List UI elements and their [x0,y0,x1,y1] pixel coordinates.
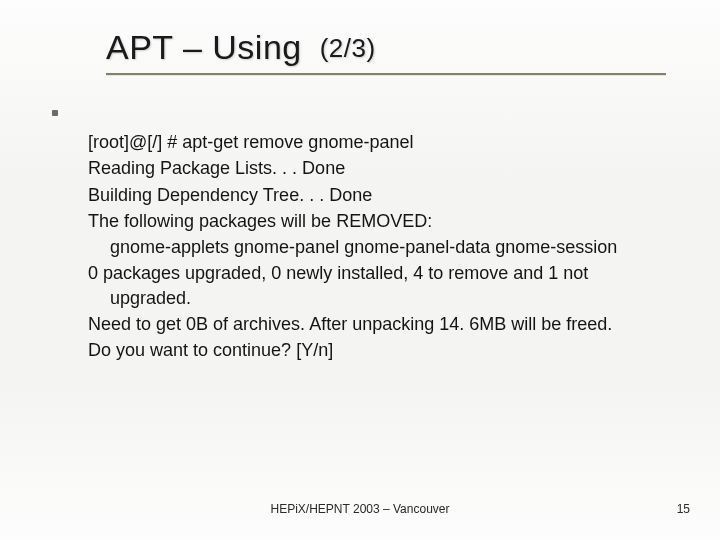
slide-title: APT – Using (2/3) [106,28,680,67]
slide: APT – Using (2/3) [root]@[/] # apt-get r… [0,0,720,540]
body-line: Need to get 0B of archives. After unpack… [88,312,690,336]
title-underline [106,73,666,75]
body-line: gnome-applets gnome-panel gnome-panel-da… [88,235,690,259]
body-text: [root]@[/] # apt-get remove gnome-panelR… [88,130,690,365]
body-line: [root]@[/] # apt-get remove gnome-panel [88,130,690,154]
body-line: Building Dependency Tree. . . Done [88,183,690,207]
body-line: 0 packages upgraded, 0 newly installed, … [88,261,690,310]
body-line: Reading Package Lists. . . Done [88,156,690,180]
title-part: (2/3) [320,33,376,63]
bullet-icon [52,110,58,116]
title-main: APT – Using [106,28,302,66]
title-block: APT – Using (2/3) [106,28,680,75]
page-number: 15 [677,502,690,516]
footer-text: HEPiX/HEPNT 2003 – Vancouver [0,502,720,516]
body-line: The following packages will be REMOVED: [88,209,690,233]
body-line: Do you want to continue? [Y/n] [88,338,690,362]
